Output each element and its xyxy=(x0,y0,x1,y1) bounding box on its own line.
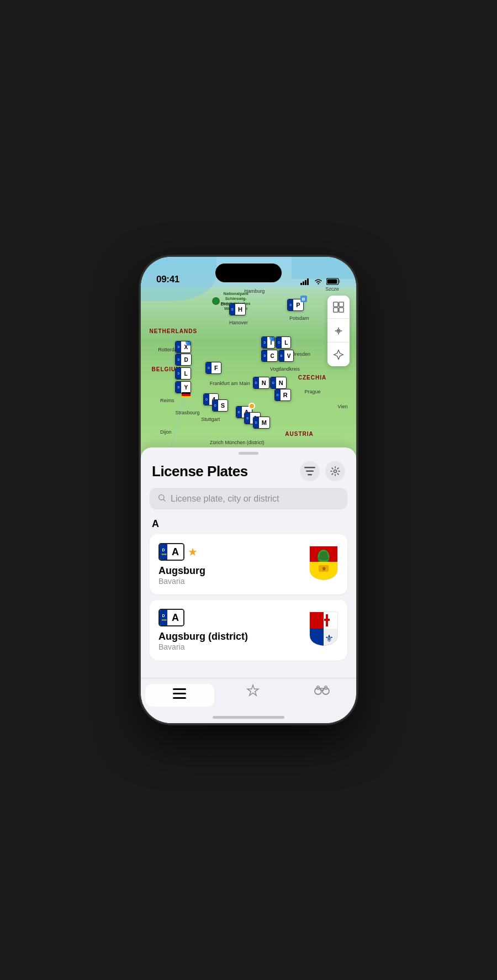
svg-rect-0 xyxy=(300,283,302,285)
list-item-left-1: D ★★★ A ★ Augsburg Bavaria xyxy=(158,543,205,586)
settings-button[interactable] xyxy=(325,461,345,481)
svg-rect-5 xyxy=(339,280,340,283)
pin-f[interactable]: D F xyxy=(205,362,221,374)
pin-s[interactable]: D S xyxy=(212,399,228,412)
map-country-czechia: CZECHIA xyxy=(298,375,326,381)
pin-m[interactable]: D M xyxy=(253,417,270,429)
filter-button[interactable] xyxy=(300,461,320,481)
plate-row-1: D ★★★ A ★ xyxy=(158,543,205,561)
search-placeholder-text: License plate, city or district xyxy=(171,494,279,504)
bottom-sheet: License Plates xyxy=(141,447,356,723)
pin-p[interactable]: D P B xyxy=(287,299,303,311)
location-button[interactable] xyxy=(327,343,350,366)
plate-letter-1: A xyxy=(167,544,183,560)
plate-eu-strip-2: D ★★★ xyxy=(160,610,167,625)
svg-rect-9 xyxy=(334,307,338,312)
star-icon xyxy=(246,684,260,700)
plate-display-1: D ★★★ A xyxy=(158,543,184,561)
plate-row-2: D ★★★ A xyxy=(158,609,248,626)
sheet-title: License Plates xyxy=(152,463,248,480)
svg-rect-28 xyxy=(173,697,186,699)
svg-rect-1 xyxy=(303,281,304,285)
list-item-name-2: Augsburg (district) xyxy=(158,631,248,642)
map-city-stuttgart: Stuttgart xyxy=(201,417,220,422)
map-country-austria: AUSTRIA xyxy=(285,431,313,437)
sheet-header: License Plates xyxy=(141,461,356,488)
battery-icon xyxy=(326,278,341,285)
plate-display-2: D ★★★ A xyxy=(158,609,184,626)
map-city-dresden: Dresden xyxy=(292,351,310,357)
status-time: 09:41 xyxy=(156,274,179,285)
map-city-vogtland: Vogtlandkreis xyxy=(270,366,300,372)
section-header-a: A xyxy=(141,516,356,534)
sheet-handle[interactable] xyxy=(239,452,258,455)
map-country-netherlands: NETHERLANDS xyxy=(150,328,198,334)
phone-frame: 09:41 xyxy=(141,257,356,723)
svg-text:⚜: ⚜ xyxy=(325,633,334,644)
list-item-left-2: D ★★★ A Augsburg (district) Bavaria xyxy=(158,609,248,651)
coat-of-arms-augsburg-city: ⚜ xyxy=(309,545,339,583)
svg-rect-8 xyxy=(339,302,343,306)
pin-n1[interactable]: D N D N xyxy=(253,377,287,389)
map-view-button[interactable] xyxy=(327,296,350,319)
pin-h[interactable]: D H xyxy=(229,303,246,315)
svg-rect-24 xyxy=(324,619,330,621)
park-icon: 🌲 xyxy=(212,297,220,305)
list-icon xyxy=(173,688,186,702)
map-city-munich: Zürich München (district) xyxy=(210,440,265,445)
signal-icon xyxy=(300,278,310,285)
map-city-prague: Prague xyxy=(304,389,320,394)
list-item-region-1: Bavaria xyxy=(158,577,205,586)
svg-text:⚜: ⚜ xyxy=(321,566,326,572)
svg-rect-2 xyxy=(305,280,306,285)
svg-rect-26 xyxy=(173,688,186,690)
svg-rect-13 xyxy=(308,474,312,476)
city-name-1: Augsburg Bavaria xyxy=(158,565,205,586)
tab-favorites[interactable] xyxy=(219,684,288,700)
dynamic-island xyxy=(215,264,282,282)
status-icons xyxy=(300,278,341,285)
svg-point-14 xyxy=(334,470,337,473)
map-city-hanover: Hanover xyxy=(229,320,248,325)
home-indicator xyxy=(213,716,284,719)
city-name-2: Augsburg (district) Bavaria xyxy=(158,631,248,651)
svg-rect-7 xyxy=(334,302,338,306)
svg-rect-10 xyxy=(339,307,343,312)
tab-list[interactable] xyxy=(145,684,214,707)
map-city-potsdam: Potsdam xyxy=(289,315,309,321)
compress-button[interactable] xyxy=(327,319,350,343)
svg-rect-3 xyxy=(307,278,309,285)
svg-rect-6 xyxy=(327,280,337,284)
search-container: License plate, city or district xyxy=(141,488,356,516)
map-city-dijon: Dijon xyxy=(160,429,172,435)
pin-cluster-left[interactable]: D X 👤 D D D L xyxy=(175,341,203,393)
search-icon xyxy=(157,493,166,504)
favorite-star-1[interactable]: ★ xyxy=(188,545,198,559)
coat-of-arms-augsburg-district: ⚜ xyxy=(309,611,339,649)
wifi-icon xyxy=(314,278,323,285)
list-container: D ★★★ A ★ Augsburg Bavaria xyxy=(141,534,356,660)
pin-cluster-middle[interactable]: D I 👤 D L D C xyxy=(261,336,294,362)
svg-rect-12 xyxy=(306,471,314,472)
list-item-region-2: Bavaria xyxy=(158,642,248,651)
svg-rect-11 xyxy=(304,467,315,468)
list-item-augsburg-city[interactable]: D ★★★ A ★ Augsburg Bavaria xyxy=(150,534,347,594)
list-item-augsburg-district[interactable]: D ★★★ A Augsburg (district) Bavaria xyxy=(150,600,347,660)
tab-scout[interactable] xyxy=(287,684,356,699)
map-controls xyxy=(327,296,350,366)
search-bar[interactable]: License plate, city or district xyxy=(150,488,347,509)
pin-r[interactable]: D R xyxy=(274,389,291,401)
binoculars-icon xyxy=(314,684,330,699)
phone-screen: 09:41 xyxy=(141,257,356,723)
plate-eu-strip-1: D ★★★ xyxy=(160,544,167,560)
map-city-frankfurt: Frankfurt am Main xyxy=(210,381,250,386)
map-city-wien: Vien xyxy=(338,404,348,409)
svg-point-20 xyxy=(319,556,329,560)
header-actions xyxy=(300,461,345,481)
map-city-reims: Reims xyxy=(160,398,175,403)
plate-letter-2: A xyxy=(167,610,183,625)
svg-rect-27 xyxy=(173,693,186,694)
list-item-name-1: Augsburg xyxy=(158,565,205,577)
